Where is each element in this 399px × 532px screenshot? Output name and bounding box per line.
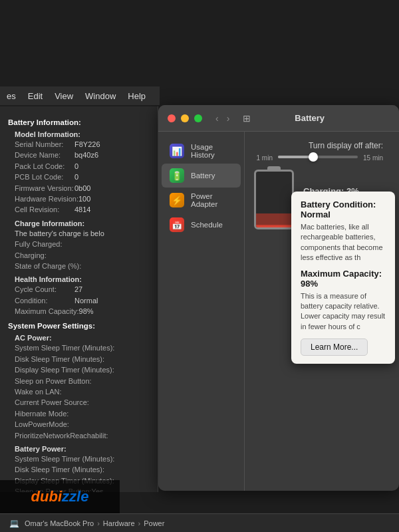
sleep-slider-row: 1 min 15 min [254,154,390,162]
health-info-title: Health Information: [8,275,150,283]
battery-icon: 🔋 [170,168,184,183]
battery-level-fill [256,225,292,227]
battery-window: ‹ › ⊞ Battery 📊 Usage History 🔋 Battery … [158,105,399,491]
breadcrumb-bar: 💻 Omar's MacBook Pro › Hardware › Power [0,513,399,532]
health-fields: Cycle Count:27 Condition:Normal Maximum … [8,285,150,317]
learn-more-button[interactable]: Learn More... [301,338,368,356]
battery-power-title: Battery Power: [8,445,150,453]
forward-button[interactable]: › [224,113,233,124]
battery-sidebar: 📊 Usage History 🔋 Battery ⚡ Power Adapte… [158,132,245,491]
battery-main: Turn display off after: 1 min 15 min [245,132,399,491]
window-title: Battery [256,113,363,123]
menu-view[interactable]: View [55,91,73,101]
model-info-title: Model Information: [8,130,150,138]
breadcrumb-sep-1: › [138,519,141,527]
menu-edit[interactable]: Edit [28,91,43,101]
condition-title: Battery Condition: Normal [301,200,386,219]
sidebar-adapter-label: Power Adapter [191,192,233,208]
sidebar-battery-label: Battery [191,172,215,180]
menu-es[interactable]: es [7,91,16,101]
system-info-panel: Battery Information: Model Information: … [0,106,158,492]
menu-help[interactable]: Help [128,91,146,101]
watermark-blue: zzle [62,488,88,505]
battery-graphic [254,170,294,229]
grid-icon: ⊞ [243,113,251,124]
display-sleep-label: Turn display off after: [254,141,390,150]
charge-info-title: Charge Information: [8,219,150,227]
watermark: dubizzle [0,480,120,513]
breadcrumb-part-1: Hardware [103,519,135,527]
minimize-button[interactable] [181,114,189,122]
nav-buttons: ‹ › [213,113,232,124]
model-fields: Serial Number:F8Y226 Device Name:bq40z6 … [8,140,150,215]
capacity-desc: This is a measure of battery capacity re… [301,291,386,332]
back-button[interactable]: ‹ [213,113,221,124]
display-sleep-slider[interactable] [278,156,358,160]
ac-power-fields: System Sleep Timer (Minutes): Disk Sleep… [8,343,150,441]
close-button[interactable] [168,114,176,122]
sidebar-item-battery[interactable]: 🔋 Battery [162,164,241,188]
sidebar-item-schedule[interactable]: 📅 Schedule [162,213,241,237]
battery-content: 📊 Usage History 🔋 Battery ⚡ Power Adapte… [158,132,399,491]
maximize-button[interactable] [194,114,202,122]
breadcrumb-sep-0: › [97,519,100,527]
condition-desc: Mac batteries, like all rechargeable bat… [301,222,386,263]
menu-window[interactable]: Window [85,91,116,101]
watermark-orange: dubi [31,488,62,505]
breadcrumb-part-0: Omar's MacBook Pro [25,519,94,527]
breadcrumb-part-2: Power [144,519,164,527]
system-power-title: System Power Settings: [8,322,150,330]
sidebar-item-usage-history[interactable]: 📊 Usage History [162,138,241,164]
ac-power-title: AC Power: [8,334,150,342]
sidebar-schedule-label: Schedule [191,221,223,229]
slider-track [278,156,358,158]
display-sleep-section: Turn display off after: 1 min 15 min [254,141,390,162]
menu-bar: es Edit View Window Help [0,86,160,105]
condition-popup: Battery Condition: Normal Mac batteries,… [291,192,395,364]
sidebar-item-power-adapter[interactable]: ⚡ Power Adapter [162,188,241,213]
chart-icon: 📊 [170,144,184,158]
slider-thumb [309,152,318,162]
slider-max-label: 15 min [363,154,383,162]
sidebar-usage-label: Usage History [191,143,233,159]
slider-min-label: 1 min [257,154,273,162]
adapter-icon: ⚡ [170,193,184,207]
title-bar: ‹ › ⊞ Battery [158,105,399,132]
battery-level-mid [256,213,292,225]
charge-fields: The battery's charge is belo Fully Charg… [8,229,150,272]
capacity-title: Maximum Capacity: 98% [301,269,386,289]
battery-info-title: Battery Information: [8,118,150,126]
slider-fill [278,156,310,158]
schedule-icon: 📅 [170,217,184,232]
computer-icon: 💻 [9,519,19,528]
watermark-text: dubizzle [31,488,89,505]
